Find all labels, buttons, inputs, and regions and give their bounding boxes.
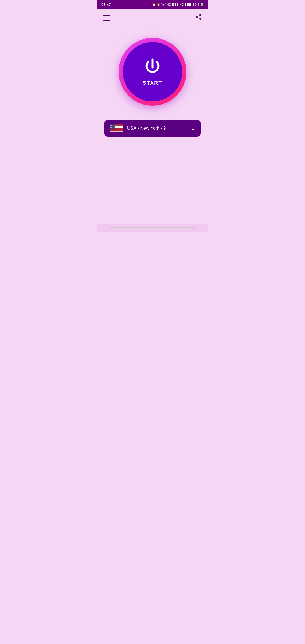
signal-bars-icon: ▋▋▋: [172, 3, 179, 6]
hamburger-line-3: [103, 20, 110, 21]
hamburger-line-2: [103, 18, 110, 18]
svg-rect-14: [110, 130, 123, 130]
share-icon: [195, 14, 202, 20]
bottom-nav: [97, 224, 208, 232]
battery-indicator: 89%: [193, 3, 199, 6]
svg-point-0: [199, 14, 201, 16]
svg-text:★★★★★★: ★★★★★★: [110, 127, 115, 128]
us-flag: ★★★★★★ ★★★★★ ★★★★★★: [110, 124, 123, 133]
signal-bars2-icon: ▋▋▋: [185, 3, 192, 6]
power-button-inner: START: [123, 42, 182, 101]
svg-point-1: [196, 16, 198, 18]
status-time: 05:47: [101, 3, 111, 7]
hamburger-line-1: [103, 15, 110, 16]
header: [97, 9, 208, 27]
svg-rect-13: [110, 129, 123, 130]
signal-4g-icon: 4G: [180, 3, 184, 6]
svg-rect-15: [110, 130, 123, 131]
nav-indicator-2: [138, 227, 167, 228]
svg-line-4: [198, 16, 200, 17]
server-info: ★★★★★★ ★★★★★ ★★★★★★ USA • New York - 9: [110, 124, 166, 133]
menu-button[interactable]: [103, 15, 110, 21]
svg-point-2: [199, 18, 201, 20]
signal-icon: Vo)) 4G: [161, 3, 171, 6]
share-button[interactable]: [195, 14, 202, 22]
mute-icon: 🔇: [157, 3, 160, 6]
flag-container: ★★★★★★ ★★★★★ ★★★★★★: [110, 124, 123, 133]
svg-rect-12: [110, 129, 123, 129]
start-label: START: [143, 80, 162, 86]
status-bar: 05:47 ⏰ 🔇 Vo)) 4G ▋▋▋ 4G ▋▋▋ 89% 🔋: [97, 0, 208, 9]
nav-indicator-1: [109, 227, 138, 228]
status-icons: ⏰ 🔇 Vo)) 4G ▋▋▋ 4G ▋▋▋ 89% 🔋: [152, 3, 204, 6]
svg-line-3: [198, 18, 200, 19]
server-name: USA • New York - 9: [127, 126, 166, 131]
svg-rect-17: [110, 132, 123, 132]
battery-icon: 🔋: [200, 3, 204, 6]
chevron-down-icon: ⌄: [191, 125, 195, 132]
server-selector[interactable]: ★★★★★★ ★★★★★ ★★★★★★ USA • New York - 9 ⌄: [104, 120, 201, 137]
start-button[interactable]: START: [119, 38, 186, 106]
alarm-icon: ⏰: [152, 3, 156, 6]
nav-indicator-3: [167, 227, 196, 228]
svg-rect-16: [110, 131, 123, 132]
main-content: START: [97, 27, 208, 142]
power-icon: [143, 58, 162, 77]
